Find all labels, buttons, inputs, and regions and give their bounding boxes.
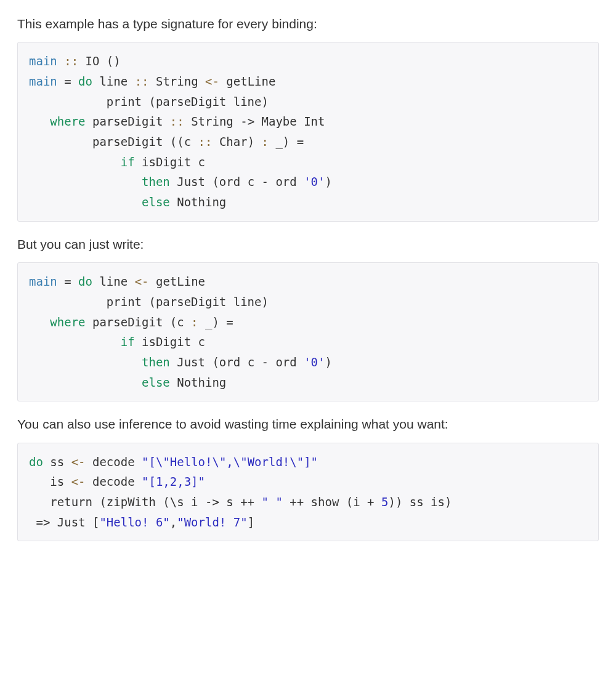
code-token: "[1,2,3]" <box>142 475 205 488</box>
code-token: )) ss is) <box>388 495 452 509</box>
code-token: line <box>92 75 135 88</box>
paragraph-intro-1: This example has a type signature for ev… <box>17 15 599 33</box>
paragraph-intro-2: But you can just write: <box>17 235 599 254</box>
code-token: where <box>29 315 86 329</box>
code-token: : <box>262 135 269 148</box>
code-token: getLine <box>149 275 206 288</box>
code-token: ) <box>325 175 331 188</box>
code-token: ++ show (i + <box>283 495 381 509</box>
code-token: "World! 7" <box>177 515 247 529</box>
code-token: parseDigit (c <box>86 315 192 329</box>
code-token: Char) <box>219 135 262 148</box>
code-token: decode <box>86 475 142 488</box>
code-token: = <box>57 275 78 288</box>
code-token: <- <box>135 275 149 288</box>
code-token: <- <box>205 75 219 88</box>
code-token: Nothing <box>170 195 227 209</box>
code-block-2: main = do line <- getLine print (parseDi… <box>17 262 599 401</box>
code-token: isDigit c <box>135 335 205 349</box>
code-token: else <box>142 376 170 389</box>
code-token: Just (ord c - ord <box>170 355 304 369</box>
code-token <box>29 376 142 389</box>
code-token: _) = <box>269 135 304 148</box>
code-token: is <box>29 475 71 488</box>
code-block-1: main :: IO () main = do line :: String <… <box>17 42 599 221</box>
code-token: '0' <box>304 175 325 188</box>
code-token <box>29 355 142 369</box>
code-token: parseDigit <box>86 115 170 128</box>
code-token: Just (ord c - ord <box>170 175 304 188</box>
code-token: = <box>57 75 78 88</box>
code-token: : <box>191 315 198 329</box>
code-block-3: do ss <- decode "[\"Hello!\",\"World!\"]… <box>17 443 599 542</box>
code-token: IO () <box>86 54 121 68</box>
code-token: ] <box>248 515 254 529</box>
code-token <box>29 335 121 349</box>
code-token: String -> Maybe Int <box>191 115 325 128</box>
code-token: main <box>29 275 57 288</box>
code-token <box>29 195 142 209</box>
code-token: "[\"Hello!\",\"World!\"]" <box>142 455 318 469</box>
code-token: decode <box>86 455 142 469</box>
code-token: do <box>78 75 92 88</box>
code-token: main <box>29 54 57 68</box>
code-token: :: <box>198 135 219 148</box>
code-token <box>29 155 121 169</box>
code-token: 5 <box>381 495 388 509</box>
code-token: :: <box>135 75 156 88</box>
code-token: print (parseDigit line) <box>29 295 269 308</box>
code-token: '0' <box>304 355 325 369</box>
code-token: "Hello! 6" <box>99 515 169 529</box>
code-token: ) <box>325 355 331 369</box>
code-token: print (parseDigit line) <box>29 95 269 108</box>
code-token: main <box>29 75 57 88</box>
code-token: Nothing <box>170 376 227 389</box>
code-token: then <box>142 175 170 188</box>
code-token: where <box>29 115 86 128</box>
code-token: :: <box>170 115 191 128</box>
code-token: " " <box>262 495 283 509</box>
code-token: <- <box>71 475 86 488</box>
code-token: if <box>121 335 135 349</box>
code-token <box>29 175 142 188</box>
code-token: isDigit c <box>135 155 205 169</box>
paragraph-intro-3: You can also use inference to avoid wast… <box>17 415 599 433</box>
code-token: => Just [ <box>29 515 99 529</box>
code-token: return (zipWith (\s i -> s ++ <box>29 495 262 509</box>
code-token: do <box>78 275 92 288</box>
code-token: do <box>29 455 43 469</box>
code-token: :: <box>57 54 86 68</box>
code-token: getLine <box>219 75 276 88</box>
code-token: if <box>121 155 135 169</box>
code-token: , <box>170 515 177 529</box>
code-token: parseDigit ((c <box>29 135 198 148</box>
code-token: else <box>142 195 170 209</box>
code-token: _) = <box>198 315 233 329</box>
code-token: then <box>142 355 170 369</box>
code-token: ss <box>43 455 71 469</box>
code-token: <- <box>71 455 86 469</box>
code-token: String <box>156 75 205 88</box>
code-token: line <box>92 275 135 288</box>
